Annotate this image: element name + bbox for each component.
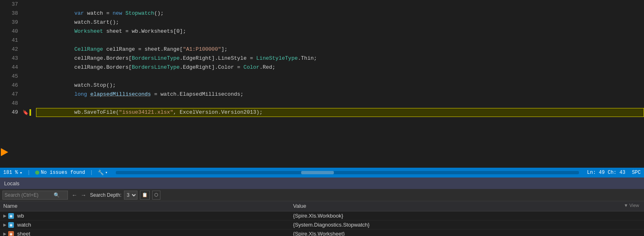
col-value-text: Value bbox=[293, 203, 306, 209]
line-num-47: 47 bbox=[11, 90, 18, 99]
code-line-48 bbox=[36, 99, 644, 108]
zoom-level: 181 % bbox=[3, 170, 18, 175]
code-line-46: watch.Stop(); bbox=[36, 81, 644, 90]
code-line-40: Worksheet sheet = wb.Worksheets[0]; bbox=[36, 27, 644, 36]
indicator-37 bbox=[20, 0, 33, 9]
code-line-44: cellRange.Borders[ BordersLineType .Edge… bbox=[36, 63, 644, 72]
line-num-45: 45 bbox=[11, 72, 18, 81]
wrench-icon: 🔧 bbox=[98, 170, 104, 176]
line-num-42: 42 bbox=[11, 45, 18, 54]
issues-dot bbox=[35, 171, 39, 175]
indicator-45 bbox=[20, 72, 33, 81]
name-sheet: sheet bbox=[17, 231, 30, 236]
nav-back-arrow[interactable]: ← bbox=[70, 192, 79, 198]
code-line-39: watch.Start(); bbox=[36, 18, 644, 27]
indicator-48 bbox=[20, 99, 33, 108]
issues-text: No issues found bbox=[41, 170, 85, 175]
nav-arrows: ← → bbox=[70, 192, 88, 198]
code-line-43: cellRange.Borders[ BordersLineType .Edge… bbox=[36, 54, 644, 63]
line-num-43: 43 bbox=[11, 54, 18, 63]
line-num-39: 39 bbox=[11, 18, 18, 27]
icon-sheet: ◉ bbox=[8, 231, 14, 236]
code-line-38: var watch = new Stopwatch (); bbox=[36, 9, 644, 18]
status-position: Ln: 49 Ch: 43 SPC bbox=[587, 170, 641, 175]
line-num-49: 49 bbox=[11, 108, 18, 117]
indicator-46 bbox=[20, 81, 33, 90]
wrench-dropdown: ▾ bbox=[105, 170, 108, 175]
bookmark-icon: 🔖 bbox=[23, 110, 29, 116]
line-num-44: 44 bbox=[11, 63, 18, 72]
line-num-40: 40 bbox=[11, 27, 18, 36]
search-box[interactable]: 🔍 bbox=[2, 191, 68, 200]
yellow-bar bbox=[29, 109, 31, 116]
locals-toolbar: 🔍 ← → Search Depth: 3 1 2 4 5 📋 ⬡ bbox=[0, 189, 644, 201]
indicator-43 bbox=[20, 54, 33, 63]
copy-btn[interactable]: 📋 bbox=[140, 191, 150, 200]
locals-table-container: Name Value ▼ View ▶ ◉ wb bbox=[0, 201, 644, 236]
depth-select[interactable]: 3 1 2 4 5 bbox=[124, 191, 137, 200]
expander-watch[interactable]: ▶ ◉ watch bbox=[3, 222, 31, 228]
line-num-38: 38 bbox=[11, 9, 18, 18]
indicator-47 bbox=[20, 90, 33, 99]
code-line-42: CellRange cellRange = sheet.Range[ "A1:P… bbox=[36, 45, 644, 54]
line-num-48: 48 bbox=[11, 99, 18, 108]
zoom-icon[interactable]: ▾ bbox=[20, 170, 23, 175]
locals-header: Locals bbox=[0, 178, 644, 189]
icon-watch: ◉ bbox=[8, 222, 14, 228]
table-row-sheet: ▶ ◉ sheet {Spire.Xls.Worksheet} bbox=[0, 229, 644, 236]
scrollbar-thumb bbox=[301, 171, 334, 174]
indicator-42 bbox=[20, 45, 33, 54]
locals-table: Name Value ▼ View ▶ ◉ wb bbox=[0, 201, 644, 236]
position-text: Ln: 49 Ch: 43 bbox=[587, 170, 626, 175]
code-line-41 bbox=[36, 36, 644, 45]
status-separator-1: | bbox=[27, 170, 30, 175]
line-num-37: 37 bbox=[11, 0, 18, 9]
line-numbers: 37 38 39 40 41 42 43 44 45 46 47 48 49 bbox=[11, 0, 19, 117]
expander-wb[interactable]: ▶ ◉ wb bbox=[3, 213, 24, 219]
var-name-sheet: ▶ ◉ sheet bbox=[0, 229, 290, 236]
search-input[interactable] bbox=[5, 192, 54, 198]
left-gutter: 37 38 39 40 41 42 43 44 45 46 47 48 49 bbox=[0, 0, 20, 168]
view-button[interactable]: ▼ View bbox=[622, 203, 641, 208]
indicator-39 bbox=[20, 18, 33, 27]
table-row-wb: ▶ ◉ wb {Spire.Xls.Workbook} bbox=[0, 211, 644, 220]
breakpoint-arrow bbox=[1, 148, 8, 156]
depth-label: Search Depth: bbox=[90, 192, 122, 198]
code-line-45 bbox=[36, 72, 644, 81]
table-row-watch: ▶ ◉ watch {System.Diagnostics.Stopwatch} bbox=[0, 220, 644, 229]
code-line-37 bbox=[36, 0, 644, 9]
left-indicators: 🔖 bbox=[20, 0, 33, 168]
indicator-40 bbox=[20, 27, 33, 36]
export-btn[interactable]: ⬡ bbox=[152, 191, 160, 200]
code-line-49: wb.SaveToFile( "issue34121.xlsx" , Excel… bbox=[36, 108, 644, 117]
code-content[interactable]: var watch = new Stopwatch (); watch.Star… bbox=[33, 0, 644, 168]
value-watch: {System.Diagnostics.Stopwatch} bbox=[290, 220, 644, 229]
icon-wb: ◉ bbox=[8, 213, 14, 219]
status-wrench[interactable]: 🔧 ▾ bbox=[98, 170, 108, 176]
status-bar: 181 % ▾ | No issues found | 🔧 ▾ Ln: 49 C… bbox=[0, 168, 644, 178]
table-header-row: Name Value ▼ View bbox=[0, 201, 644, 211]
editor-area: 37 38 39 40 41 42 43 44 45 46 47 48 49 bbox=[0, 0, 644, 168]
status-zoom: 181 % ▾ bbox=[3, 170, 23, 175]
col-name: Name bbox=[0, 201, 290, 211]
nav-forward-arrow[interactable]: → bbox=[79, 192, 88, 198]
value-sheet: {Spire.Xls.Worksheet} bbox=[290, 229, 644, 236]
var-name-wb: ▶ ◉ wb bbox=[0, 211, 290, 220]
locals-panel: Locals 🔍 ← → Search Depth: 3 1 2 4 5 📋 ⬡ bbox=[0, 178, 644, 236]
expand-arrow-sheet: ▶ bbox=[3, 232, 7, 236]
col-value: Value ▼ View bbox=[290, 201, 644, 211]
line-num-41: 41 bbox=[11, 36, 18, 45]
locals-title: Locals bbox=[4, 180, 20, 187]
code-line-47: long elapsedMilliseconds = watch.Elapsed… bbox=[36, 90, 644, 99]
indicator-41 bbox=[20, 36, 33, 45]
expand-arrow-wb: ▶ bbox=[3, 214, 7, 218]
expander-sheet[interactable]: ▶ ◉ sheet bbox=[3, 231, 30, 236]
horizontal-scrollbar[interactable] bbox=[116, 171, 579, 174]
name-wb: wb bbox=[17, 213, 24, 219]
search-icon: 🔍 bbox=[54, 192, 60, 198]
expand-arrow-watch: ▶ bbox=[3, 223, 7, 227]
line-num-46: 46 bbox=[11, 81, 18, 90]
indicator-44 bbox=[20, 63, 33, 72]
encoding-text: SPC bbox=[632, 170, 641, 175]
var-name-watch: ▶ ◉ watch bbox=[0, 220, 290, 229]
